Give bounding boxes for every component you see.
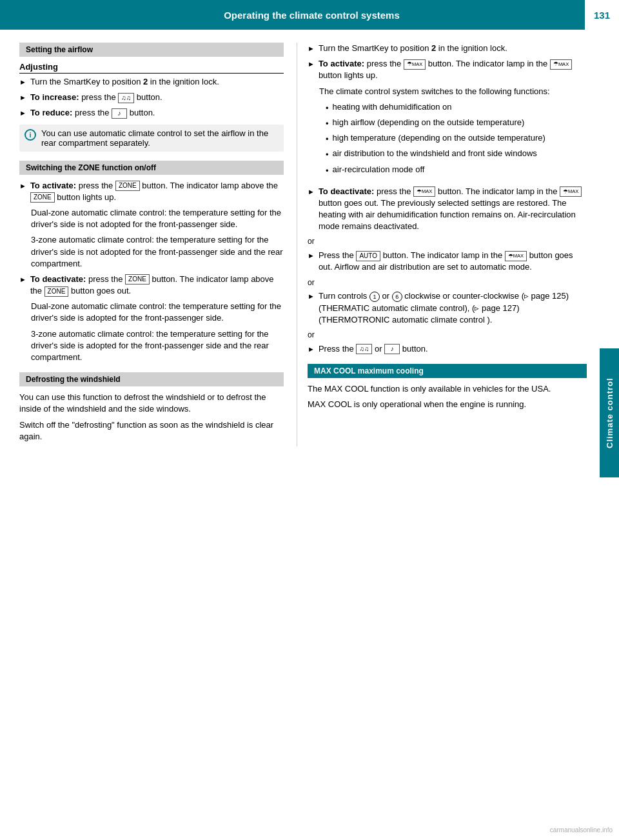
list-item: ► To deactivate: press the ZONE button. …: [19, 274, 284, 297]
watermark: carmanualsonline.info: [550, 826, 613, 834]
list-item: ► To increase: press the ♫♫ button.: [19, 92, 284, 103]
bullet-label: To reduce:: [30, 108, 73, 117]
max-cool-para1: The MAX COOL function is only available …: [308, 383, 587, 395]
section-max-cool: MAX COOL maximum cooling The MAX COOL fu…: [308, 364, 587, 410]
zone-button-ref: ZONE: [30, 192, 55, 203]
climate-switch-text: The climate control system switches to t…: [319, 86, 587, 97]
section-zone: Switching the ZONE function on/off ► To …: [19, 161, 284, 364]
function-text: air-recirculation mode off: [333, 164, 425, 175]
bullet-text: Turn controls 1 or 6 clockwise or counte…: [319, 291, 569, 324]
page-header: Operating the climate control systems 13…: [0, 0, 619, 30]
section-defrost: Defrosting the windshield You can use th…: [19, 372, 284, 443]
section-airflow-header: Setting the airflow: [19, 43, 284, 57]
dot-icon: •: [326, 149, 329, 161]
list-item: ► Turn the SmartKey to position 2 in the…: [19, 76, 284, 88]
max-button-ref3: ☂MAX: [505, 251, 527, 261]
main-content: Setting the airflow Adjusting ► Turn the…: [0, 30, 619, 459]
bullet-label: To activate:: [30, 181, 76, 190]
bullet-text: Turn the SmartKey to position 2 in the i…: [30, 77, 219, 86]
section-max-cool-header: MAX COOL maximum cooling: [308, 364, 587, 378]
dot-icon: •: [326, 118, 329, 130]
arrow-icon: ►: [308, 187, 315, 197]
bullet-text: Press the ♫♫ or ♪ button.: [319, 344, 428, 354]
fan-reduce-button: ♪: [112, 108, 127, 119]
arrow-icon: ►: [308, 251, 315, 261]
bullet-label: To increase:: [30, 92, 79, 102]
fan-plus-button: ♫♫: [356, 344, 372, 354]
arrow-icon: ►: [308, 345, 315, 354]
list-item: ► To activate: press the ☂MAX button. Th…: [308, 58, 587, 81]
dot-icon: •: [326, 103, 329, 114]
bullet-text: press the ♫♫ button.: [81, 92, 162, 102]
functions-list: • heating with dehumidification on • hig…: [319, 101, 587, 177]
list-item: ► Turn controls 1 or 6 clockwise or coun…: [308, 290, 587, 326]
function-text: high temperature (depending on the outsi…: [333, 132, 545, 144]
control-6-icon: 6: [392, 292, 402, 302]
max-button-ref2: ☂MAX: [560, 186, 582, 197]
or-text-3: or: [308, 330, 587, 341]
arrow-icon: ►: [19, 93, 26, 103]
list-item: • high airflow (depending on the outside…: [326, 117, 587, 130]
bullet-text: press the ♪ button.: [75, 108, 155, 117]
arrow-icon: ►: [308, 292, 315, 301]
arrow-icon: ►: [19, 108, 26, 118]
function-text: air distribution to the windshield and f…: [333, 148, 537, 159]
or-text-1: or: [308, 236, 587, 247]
dot-icon: •: [326, 134, 329, 145]
max-button-ref: ☂MAX: [550, 59, 572, 70]
list-item: ► To activate: press the ZONE button. Th…: [19, 180, 284, 203]
control-1-icon: 1: [369, 292, 380, 302]
adjusting-title: Adjusting: [19, 62, 284, 74]
section-airflow: Setting the airflow Adjusting ► Turn the…: [19, 43, 284, 152]
list-item: ► Press the ♫♫ or ♪ button.: [308, 343, 587, 355]
list-item: ► To reduce: press the ♪ button.: [19, 107, 284, 119]
para-3zone-activate: 3-zone automatic climate control: the te…: [31, 234, 284, 270]
para-3zone-deactivate: 3-zone automatic climate control: the te…: [31, 328, 284, 364]
zone-button-deact: ZONE: [125, 274, 150, 285]
bullet-label: To activate:: [319, 59, 364, 68]
bullet-label: To deactivate:: [30, 274, 86, 284]
dot-icon: •: [326, 165, 329, 177]
list-item: • air-recirculation mode off: [326, 164, 587, 177]
arrow-icon: ►: [19, 77, 26, 87]
para-dual-activate: Dual-zone automatic climate control: the…: [31, 207, 284, 230]
fan-increase-button: ♫♫: [118, 93, 134, 103]
max-cool-para2: MAX COOL is only operational when the en…: [308, 399, 587, 410]
list-item: ► To deactivate: press the ☂MAX button. …: [308, 186, 587, 233]
auto-button: AUTO: [356, 251, 380, 261]
arrow-icon: ►: [308, 59, 315, 69]
list-item: • heating with dehumidification on: [326, 101, 587, 114]
info-text: You can use automatic climate control to…: [41, 128, 279, 148]
defrost-para2: Switch off the "defrosting" function as …: [19, 419, 284, 443]
bullet-text: Turn the SmartKey to position 2 in the i…: [319, 43, 507, 53]
info-box: i You can use automatic climate control …: [19, 125, 284, 152]
function-text: heating with dehumidification on: [333, 101, 452, 113]
arrow-icon: ►: [19, 181, 26, 191]
arrow-icon: ►: [19, 275, 26, 285]
list-item: ► Turn the SmartKey to position 2 in the…: [308, 43, 587, 54]
para-dual-deactivate: Dual-zone automatic climate control: the…: [31, 301, 284, 324]
fan-minus-button: ♪: [384, 344, 400, 354]
right-column: ► Turn the SmartKey to position 2 in the…: [297, 43, 619, 446]
arrow-icon: ►: [308, 44, 315, 54]
zone-button: ZONE: [115, 181, 140, 191]
list-item: ► Press the AUTO button. The indicator l…: [308, 250, 587, 273]
section-zone-header: Switching the ZONE function on/off: [19, 161, 284, 175]
zone-button-ref2: ZONE: [44, 286, 69, 297]
defrost-para1: You can use this function to defrost the…: [19, 392, 284, 415]
list-item: • air distribution to the windshield and…: [326, 148, 587, 161]
page-number: 131: [585, 0, 619, 30]
list-item: • high temperature (depending on the out…: [326, 132, 587, 145]
bullet-text: Press the AUTO button. The indicator lam…: [319, 250, 573, 272]
header-title: Operating the climate control systems: [0, 10, 585, 21]
or-text-2: or: [308, 277, 587, 288]
function-text: high airflow (depending on the outside t…: [333, 117, 525, 128]
max-button-deact: ☂MAX: [413, 186, 435, 197]
section-defrost-header: Defrosting the windshield: [19, 372, 284, 386]
left-column: Setting the airflow Adjusting ► Turn the…: [0, 43, 297, 446]
bullet-label: To deactivate:: [319, 186, 374, 196]
max-button-activate: ☂MAX: [404, 59, 426, 70]
info-icon: i: [25, 129, 36, 141]
